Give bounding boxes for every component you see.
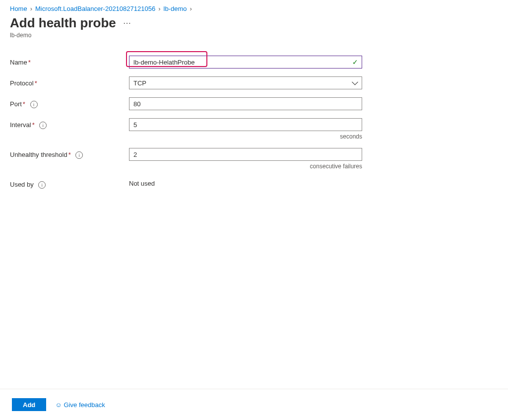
port-label: Port	[10, 100, 22, 108]
required-icon: *	[32, 121, 35, 129]
protocol-label: Protocol	[10, 79, 34, 87]
threshold-label: Unhealthy threshold	[10, 151, 67, 158]
interval-input[interactable]	[129, 118, 362, 131]
name-label: Name	[10, 59, 27, 66]
more-actions-icon[interactable]: ⋯	[123, 18, 131, 28]
add-button[interactable]: Add	[12, 398, 46, 411]
required-icon: *	[35, 79, 37, 87]
page-subtitle: lb-demo	[10, 32, 498, 39]
threshold-input[interactable]	[129, 148, 362, 161]
breadcrumb-resource[interactable]: lb-demo	[164, 5, 187, 12]
breadcrumb-home[interactable]: Home	[10, 5, 27, 12]
feedback-icon: ☺	[55, 401, 62, 409]
usedby-value: Not used	[129, 178, 362, 187]
interval-label: Interval	[10, 121, 31, 129]
breadcrumb-sep-icon: ›	[190, 5, 191, 12]
required-icon: *	[23, 100, 25, 108]
required-icon: *	[28, 59, 31, 66]
breadcrumb-sep-icon: ›	[158, 5, 160, 12]
info-icon[interactable]: i	[30, 101, 38, 108]
health-probe-form: Name* ✓ Protocol* Port*	[10, 56, 498, 189]
give-feedback-link[interactable]: ☺ Give feedback	[55, 401, 105, 409]
breadcrumb: Home › Microsoft.LoadBalancer-2021082712…	[10, 5, 498, 14]
protocol-select[interactable]	[129, 76, 362, 89]
info-icon[interactable]: i	[38, 181, 46, 189]
footer-bar: Add ☺ Give feedback	[0, 389, 508, 420]
info-icon[interactable]: i	[39, 122, 47, 129]
interval-unit: seconds	[129, 133, 362, 140]
breadcrumb-deployment[interactable]: Microsoft.LoadBalancer-20210827121056	[35, 5, 155, 12]
required-icon: *	[68, 151, 71, 158]
name-input[interactable]	[129, 56, 362, 69]
info-icon[interactable]: i	[75, 151, 83, 159]
breadcrumb-sep-icon: ›	[30, 5, 32, 12]
page-title: Add health probe	[10, 15, 116, 31]
port-input[interactable]	[129, 97, 362, 110]
threshold-unit: consecutive failures	[129, 163, 362, 170]
usedby-label: Used by	[10, 181, 34, 188]
feedback-label: Give feedback	[64, 401, 105, 409]
